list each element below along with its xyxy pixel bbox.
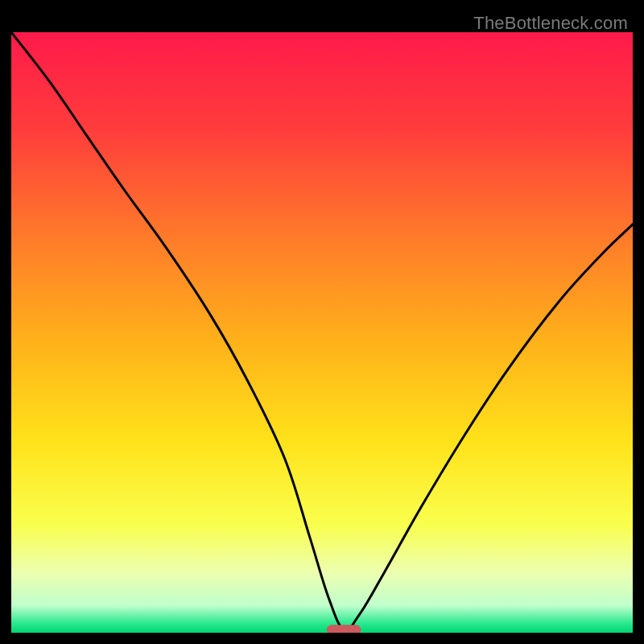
chart-background [11,32,633,633]
bottleneck-chart [11,32,633,633]
optimal-marker [327,625,361,633]
watermark-text: TheBottleneck.com [473,13,628,34]
